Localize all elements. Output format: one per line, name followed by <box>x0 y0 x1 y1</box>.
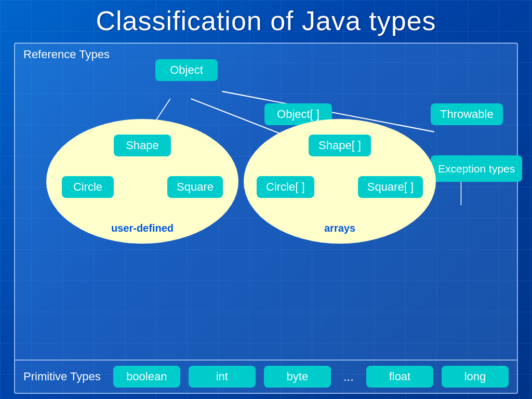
arrays-label: arrays <box>324 222 355 234</box>
circle-node: Circle <box>62 176 114 198</box>
diagram-container: Reference Types Object Object[ ] Throwab… <box>14 43 518 394</box>
exception-types-node: Exception types <box>431 155 522 182</box>
boolean-box: boolean <box>113 366 180 388</box>
long-box: long <box>442 366 509 388</box>
arrays-ellipse: Shape[ ] Circle[ ] Square[ ] arrays <box>244 119 436 244</box>
throwable-node: Throwable <box>431 103 503 125</box>
primitive-section: Primitive Types boolean int byte ... flo… <box>15 361 517 393</box>
square-array-node: Square[ ] <box>358 176 423 198</box>
page-title: Classification of Java types <box>96 5 436 36</box>
primitive-label: Primitive Types <box>23 370 101 383</box>
reference-section: Reference Types Object Object[ ] Throwab… <box>15 44 517 361</box>
square-node: Square <box>167 176 223 198</box>
user-defined-ellipse: Shape Circle Square user-defined <box>46 119 238 244</box>
shape-array-node: Shape[ ] <box>309 135 371 156</box>
user-defined-label: user-defined <box>111 222 174 234</box>
int-box: int <box>189 366 256 388</box>
dots: ... <box>339 369 358 384</box>
byte-box: byte <box>264 366 331 388</box>
circle-array-node: Circle[ ] <box>257 176 314 198</box>
shape-node: Shape <box>114 135 171 156</box>
reference-label: Reference Types <box>23 48 509 61</box>
object-node: Object <box>155 59 218 81</box>
float-box: float <box>366 366 433 388</box>
